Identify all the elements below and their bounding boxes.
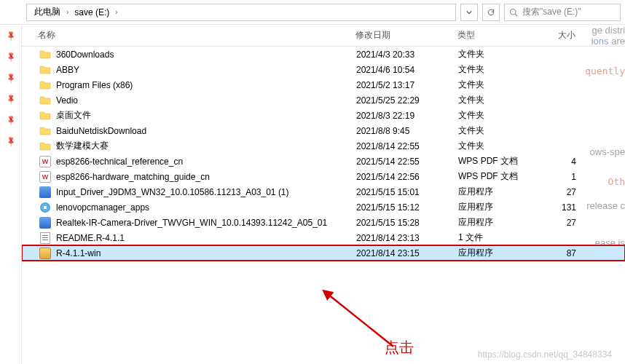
file-type: 文件夹 bbox=[452, 124, 540, 137]
file-type: 应用程序 bbox=[452, 186, 540, 198]
folder-icon bbox=[39, 109, 52, 122]
column-size[interactable]: 大小 bbox=[539, 29, 583, 41]
file-name: README.R-4.1.1 bbox=[56, 233, 125, 243]
chevron-right-icon: › bbox=[115, 8, 117, 16]
file-name: ABBY bbox=[56, 65, 79, 75]
file-date: 2021/4/6 10:54 bbox=[350, 65, 452, 75]
file-date: 2021/4/3 20:33 bbox=[350, 50, 452, 60]
column-date[interactable]: 修改日期 bbox=[350, 29, 452, 41]
address-bar: 此电脑 › save (E:) › 搜索"save (E:)" bbox=[0, 0, 625, 25]
file-explorer-window: 此电脑 › save (E:) › 搜索"save (E:)" 📌 📌 📌 📌 … bbox=[0, 0, 625, 364]
column-headers[interactable]: 名称 修改日期 类型 大小 bbox=[22, 25, 625, 47]
file-name: esp8266-technical_reference_cn bbox=[56, 157, 183, 167]
file-size: 27 bbox=[540, 187, 583, 197]
file-size: 4 bbox=[540, 157, 583, 167]
file-date: 2021/5/2 13:17 bbox=[350, 80, 452, 90]
file-date: 2021/5/15 15:12 bbox=[350, 202, 452, 213]
file-row[interactable]: Vedio2021/5/25 22:29文件夹 bbox=[22, 92, 625, 108]
folder-icon bbox=[39, 63, 52, 76]
file-type: 1 文件 bbox=[452, 232, 540, 244]
file-date: 2021/8/8 9:45 bbox=[350, 126, 452, 136]
file-name: Input_Driver_J9DM3_WN32_10.0.10586.11213… bbox=[56, 187, 289, 197]
file-row[interactable]: BaiduNetdiskDownload2021/8/8 9:45文件夹 bbox=[22, 123, 625, 138]
file-type: 应用程序 bbox=[452, 247, 540, 259]
column-name[interactable]: 名称 bbox=[22, 29, 350, 41]
file-date: 2021/8/14 22:55 bbox=[350, 141, 452, 151]
file-name: Vedio bbox=[56, 95, 78, 106]
search-input[interactable]: 搜索"save (E:)" bbox=[504, 4, 621, 21]
file-size: 27 bbox=[540, 218, 583, 228]
folder-icon bbox=[39, 124, 52, 138]
installer-icon bbox=[39, 247, 52, 260]
breadcrumb-folder[interactable]: save (E:) bbox=[71, 6, 112, 19]
pin-icon: 📌 bbox=[4, 51, 16, 63]
file-type: 文件夹 bbox=[452, 63, 540, 76]
column-type[interactable]: 类型 bbox=[452, 29, 539, 41]
folder-icon bbox=[39, 48, 52, 61]
file-type: 应用程序 bbox=[452, 216, 540, 229]
file-name: Program Files (x86) bbox=[56, 80, 133, 90]
exe-icon bbox=[39, 216, 52, 229]
svg-point-0 bbox=[511, 9, 516, 15]
file-name: 桌面文件 bbox=[56, 109, 91, 122]
file-row[interactable]: 数学建模大赛2021/8/14 22:55文件夹 bbox=[22, 138, 625, 154]
file-type: WPS PDF 文档 bbox=[452, 170, 540, 183]
pin-icon: 📌 bbox=[4, 93, 16, 105]
chevron-down-icon bbox=[466, 9, 472, 15]
file-type: 文件夹 bbox=[452, 109, 540, 122]
refresh-icon bbox=[487, 8, 495, 17]
file-row[interactable]: ABBY2021/4/6 10:54文件夹 bbox=[22, 62, 625, 77]
exe-icon bbox=[39, 186, 52, 199]
text-file-icon bbox=[39, 232, 52, 245]
pin-icon: 📌 bbox=[4, 114, 16, 126]
file-name: Realtek-IR-Camera-Driver_TWVGH_WIN_10.0.… bbox=[56, 218, 327, 228]
file-type: 文件夹 bbox=[452, 79, 540, 91]
file-type: 应用程序 bbox=[452, 201, 540, 213]
file-date: 2021/5/15 15:28 bbox=[350, 218, 452, 228]
nav-sidebar: 📌 📌 📌 📌 📌 📌 bbox=[0, 25, 22, 364]
file-size: 87 bbox=[540, 248, 583, 258]
file-name: 360Downloads bbox=[56, 50, 114, 60]
svg-line-1 bbox=[328, 294, 393, 347]
search-placeholder: 搜索"save (E:)" bbox=[522, 6, 581, 18]
refresh-button[interactable] bbox=[482, 4, 500, 21]
file-row[interactable]: 360Downloads2021/4/3 20:33文件夹 bbox=[22, 47, 625, 62]
file-date: 2021/5/14 22:55 bbox=[350, 157, 452, 167]
file-rows: 360Downloads2021/4/3 20:33文件夹ABBY2021/4/… bbox=[22, 47, 625, 261]
file-row[interactable]: Input_Driver_J9DM3_WN32_10.0.10586.11213… bbox=[22, 184, 625, 199]
file-row[interactable]: esp8266-hardware_matching_guide_cn2021/5… bbox=[22, 169, 625, 184]
file-row[interactable]: lenovopcmanager_apps2021/5/15 15:12应用程序1… bbox=[22, 199, 625, 215]
breadcrumb-root[interactable]: 此电脑 bbox=[31, 4, 63, 20]
history-dropdown-button[interactable] bbox=[460, 4, 478, 21]
file-date: 2021/5/14 22:56 bbox=[350, 172, 452, 182]
folder-icon bbox=[39, 140, 52, 153]
pdf-icon bbox=[39, 170, 52, 183]
file-row[interactable]: esp8266-technical_reference_cn2021/5/14 … bbox=[22, 154, 625, 169]
file-type: 文件夹 bbox=[452, 48, 540, 60]
pin-icon: 📌 bbox=[4, 72, 16, 84]
file-row[interactable]: 桌面文件2021/8/3 22:19文件夹 bbox=[22, 108, 625, 123]
annotation-arrow-icon bbox=[321, 288, 408, 354]
file-name: BaiduNetdiskDownload bbox=[56, 126, 146, 136]
file-date: 2021/5/15 15:01 bbox=[350, 187, 452, 197]
file-row[interactable]: Realtek-IR-Camera-Driver_TWVGH_WIN_10.0.… bbox=[22, 215, 625, 230]
folder-icon bbox=[39, 94, 52, 107]
file-row[interactable]: README.R-4.1.12021/8/14 23:131 文件 bbox=[22, 230, 625, 245]
file-date: 2021/8/14 23:13 bbox=[350, 233, 452, 243]
chevron-right-icon: › bbox=[66, 8, 68, 16]
file-date: 2021/8/14 23:15 bbox=[350, 248, 452, 258]
file-date: 2021/8/3 22:19 bbox=[350, 111, 452, 121]
file-type: WPS PDF 文档 bbox=[452, 155, 540, 167]
file-row[interactable]: R-4.1.1-win2021/8/14 23:15应用程序87 bbox=[22, 245, 625, 261]
breadcrumb[interactable]: 此电脑 › save (E:) › bbox=[26, 4, 456, 21]
disc-icon bbox=[39, 201, 52, 214]
main-area: 📌 📌 📌 📌 📌 📌 ge distriions are quently ow… bbox=[0, 25, 625, 364]
file-date: 2021/5/25 22:29 bbox=[350, 95, 452, 106]
file-type: 文件夹 bbox=[452, 140, 540, 152]
pin-icon: 📌 bbox=[4, 30, 16, 41]
annotation-label: 点击 bbox=[385, 338, 414, 357]
file-type: 文件夹 bbox=[452, 94, 540, 106]
file-row[interactable]: Program Files (x86)2021/5/2 13:17文件夹 bbox=[22, 77, 625, 92]
file-name: esp8266-hardware_matching_guide_cn bbox=[56, 172, 210, 182]
file-size: 1 bbox=[540, 172, 583, 182]
